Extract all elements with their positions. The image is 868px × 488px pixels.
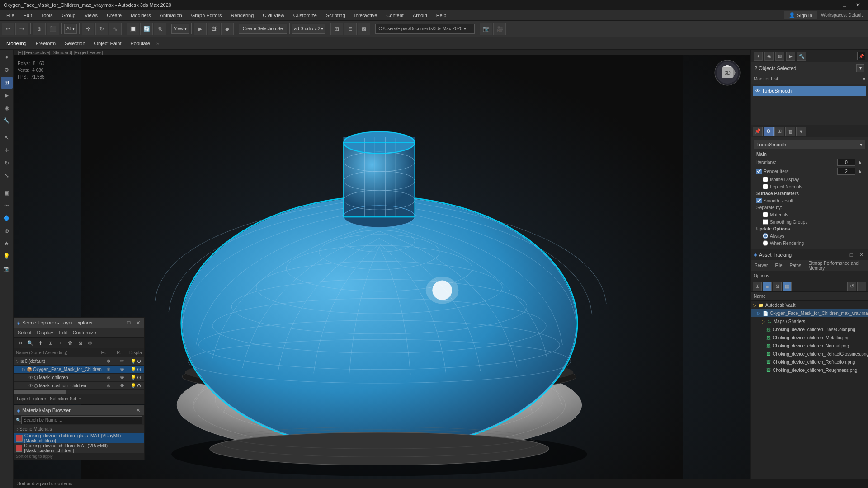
always-radio[interactable] xyxy=(763,233,768,239)
mod-panel-utils-icon[interactable]: 🔧 xyxy=(797,52,806,61)
left-poly-icon[interactable]: ▣ xyxy=(1,187,13,199)
mod-panel-layer-icon[interactable]: ⊞ xyxy=(775,52,784,61)
asset-tb-btn3[interactable]: ⊠ xyxy=(773,282,782,291)
mb-mat-row-main[interactable]: Choking_device_children_MAT (VRayMtl) [M… xyxy=(14,443,144,453)
mod-pin-icon[interactable]: 📌 xyxy=(753,127,763,136)
render-iter-checkbox[interactable] xyxy=(756,169,762,174)
asset-tb-btn1[interactable]: ⊞ xyxy=(753,282,762,291)
left-scale-icon[interactable]: ⤡ xyxy=(1,170,13,182)
scale-button[interactable]: ⤡ xyxy=(109,23,122,35)
menu-modifiers[interactable]: Modifiers xyxy=(126,12,156,19)
turbosm-eye-icon[interactable]: 👁 xyxy=(755,89,760,94)
modifier-pin-button[interactable]: 📌 xyxy=(857,52,865,60)
se-tb-select-all[interactable]: ⊠ xyxy=(75,338,85,347)
se-close-button[interactable]: ✕ xyxy=(134,319,142,326)
se-menu-select[interactable]: Select xyxy=(16,330,33,335)
when-rendering-radio[interactable] xyxy=(763,240,768,246)
material-browser-title[interactable]: ◈ Material/Map Browser ✕ xyxy=(14,405,144,415)
menu-content[interactable]: Content xyxy=(382,12,408,19)
rotate-button[interactable]: ↻ xyxy=(95,23,108,35)
menu-civil-view[interactable]: Civil View xyxy=(258,12,288,19)
subtb-freeform[interactable]: Freeform xyxy=(33,40,59,47)
render-setup-button[interactable]: 🖼 xyxy=(208,23,220,35)
se-menu-display[interactable]: Display xyxy=(35,330,55,335)
layer-explorer-tab[interactable]: Layer Explorer xyxy=(17,396,46,401)
se-tb-delete[interactable]: 🗑 xyxy=(66,338,75,347)
modifier-options-button[interactable]: ▾ xyxy=(856,64,864,72)
asset-tb-btn2[interactable]: ≡ xyxy=(763,282,772,291)
asset-tab-server[interactable]: Server xyxy=(753,262,769,269)
asset-tab-bitmap[interactable]: Bitmap Performance and Memory xyxy=(807,260,866,272)
subtb-populate[interactable]: Populate xyxy=(127,40,152,47)
move-button[interactable]: ✛ xyxy=(82,23,94,35)
left-space-icon[interactable]: ★ xyxy=(1,238,13,249)
scene-states-button[interactable]: 📷 xyxy=(480,23,492,35)
menu-views[interactable]: Views xyxy=(80,12,102,19)
left-hierarchy-icon[interactable]: ⊞ xyxy=(1,77,13,89)
mod-panel-create-icon[interactable]: ✦ xyxy=(754,52,763,61)
se-tb-add[interactable]: + xyxy=(56,338,65,347)
menu-customize[interactable]: Customize xyxy=(289,12,321,19)
select-filter-dropdown[interactable]: All ▾ xyxy=(64,24,77,34)
left-rotate-icon[interactable]: ↻ xyxy=(1,157,13,169)
material-editor-button[interactable]: ◆ xyxy=(221,23,234,35)
array-button[interactable]: ⊠ xyxy=(358,23,370,35)
asset-normal[interactable]: 🖼 Choking_device_children_Normal.png xyxy=(751,342,868,350)
subtb-selection[interactable]: Selection xyxy=(62,40,88,47)
modifier-list-dropdown[interactable]: ▾ xyxy=(863,76,865,81)
close-button[interactable]: ✕ xyxy=(852,0,864,10)
se-tb-options[interactable]: ⚙ xyxy=(85,338,94,347)
se-row-default-layer[interactable]: ▷ ⊞ 0 (default) ❄ 👁 💡 ⊙ xyxy=(14,357,144,366)
asset-options-label[interactable]: Options xyxy=(754,273,769,278)
left-camera-icon2[interactable]: 📷 xyxy=(1,263,13,275)
minimize-button[interactable]: ─ xyxy=(825,0,837,10)
menu-graph-editors[interactable]: Graph Editors xyxy=(187,12,226,19)
se-tb-sort[interactable]: ⬆ xyxy=(36,338,45,347)
se-row-mask-children[interactable]: 👁 ⬡ Mask_children ⊛ 👁 💡 ⊙ xyxy=(14,374,144,382)
mod-delete-icon[interactable]: 🗑 xyxy=(785,127,795,136)
se-menu-edit[interactable]: Edit xyxy=(57,330,69,335)
select-region-button[interactable]: ⬛ xyxy=(47,23,59,35)
iter-input[interactable] xyxy=(837,159,855,166)
menu-animation[interactable]: Animation xyxy=(156,12,187,19)
menu-help[interactable]: Help xyxy=(432,12,451,19)
se-row-mask-cushion[interactable]: 👁 ⬡ Mask_cushion_children ⊛ 👁 💡 ⊙ xyxy=(14,382,144,390)
isoline-checkbox[interactable] xyxy=(763,177,768,182)
angle-snap-button[interactable]: 🔄 xyxy=(140,23,153,35)
asset-oxygen-file[interactable]: ▷ 📄 Oxygen_Face_Mask_for_Children_max_vr… xyxy=(751,309,868,317)
left-utilities-icon[interactable]: 🔧 xyxy=(1,115,13,127)
selection-set-dropdown[interactable]: ▾ xyxy=(79,397,81,401)
left-spline-icon[interactable]: 〜 xyxy=(1,200,13,211)
mb-close-button[interactable]: ✕ xyxy=(134,407,142,414)
asset-refractglos[interactable]: 🖼 Choking_device_children_RefractGlossin… xyxy=(751,350,868,358)
maximize-button[interactable]: □ xyxy=(838,0,851,10)
asset-metallic[interactable]: 🖼 Choking_device_children_Metallic.png xyxy=(751,333,868,342)
menu-edit[interactable]: Edit xyxy=(19,12,37,19)
snap-toggle-button[interactable]: 🔲 xyxy=(127,23,139,35)
materials-checkbox[interactable] xyxy=(763,212,768,217)
mb-mat-row-glass[interactable]: Choking_device_children_glass_MAT (VRayM… xyxy=(14,433,144,443)
menu-rendering[interactable]: Rendering xyxy=(226,12,259,19)
studio-dropdown[interactable]: ad Studio v.2 ▾ xyxy=(292,24,326,34)
camera-button[interactable]: 🎥 xyxy=(493,23,506,35)
asset-roughness[interactable]: 🖼 Choking_device_children_Roughness.png xyxy=(751,366,868,374)
asset-basecolor[interactable]: 🖼 Choking_device_children_BaseColor.png xyxy=(751,325,868,333)
asset-tab-file[interactable]: File xyxy=(773,262,784,269)
mirror-button[interactable]: ⊟ xyxy=(344,23,357,35)
mb-search-input[interactable] xyxy=(21,416,142,424)
signin-button[interactable]: 👤 Sign In xyxy=(784,11,817,19)
smooth-result-checkbox[interactable] xyxy=(756,198,762,203)
render-iter-input[interactable] xyxy=(837,168,855,175)
subtb-modeling[interactable]: Modeling xyxy=(4,40,29,47)
asset-tab-paths[interactable]: Paths xyxy=(788,262,803,269)
menu-create[interactable]: Create xyxy=(102,12,126,19)
mod-panel-display-icon[interactable]: ◉ xyxy=(764,52,774,61)
se-minimize-button[interactable]: ─ xyxy=(116,319,123,326)
menu-group[interactable]: Group xyxy=(57,12,80,19)
asset-panel-close[interactable]: ✕ xyxy=(857,251,865,259)
asset-refraction[interactable]: 🖼 Choking_device_children_Refraction.png xyxy=(751,358,868,366)
view-dropdown[interactable]: View ▾ xyxy=(171,24,189,34)
iter-up-icon[interactable]: ▲ xyxy=(857,159,863,165)
se-tb-layer[interactable]: ⊞ xyxy=(46,338,55,347)
undo-button[interactable]: ↩ xyxy=(2,23,14,35)
